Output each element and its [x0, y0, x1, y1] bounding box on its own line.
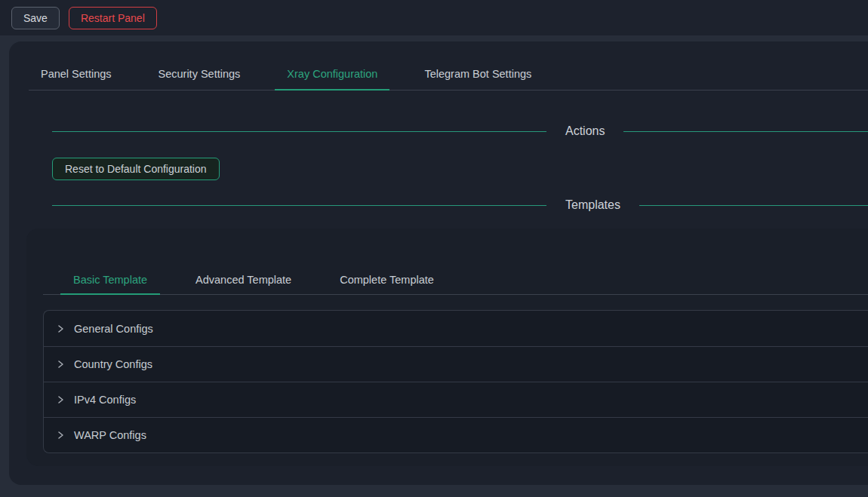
accordion-item-label: WARP Configs	[74, 429, 146, 441]
tab-complete-template[interactable]: Complete Template	[327, 259, 447, 295]
chevron-right-icon	[56, 324, 65, 333]
divider-line	[52, 205, 546, 206]
tab-xray-configuration[interactable]: Xray Configuration	[275, 41, 389, 91]
config-groups-accordion: General Configs Country Configs IPv4 Con…	[43, 310, 868, 453]
actions-divider-label: Actions	[565, 123, 605, 140]
divider-line	[52, 131, 546, 132]
accordion-item-label: Country Configs	[74, 358, 152, 370]
templates-divider-label: Templates	[565, 197, 620, 213]
chevron-right-icon	[56, 431, 65, 440]
topbar: Save Restart Panel	[0, 0, 868, 35]
template-tabs: Basic Template Advanced Template Complet…	[43, 259, 868, 295]
settings-card: Panel Settings Security Settings Xray Co…	[9, 41, 868, 485]
accordion-item-label: IPv4 Configs	[74, 394, 136, 406]
restart-panel-button[interactable]: Restart Panel	[69, 7, 157, 29]
accordion-item-country-configs[interactable]: Country Configs	[44, 346, 868, 382]
chevron-right-icon	[56, 360, 65, 369]
accordion-item-general-configs[interactable]: General Configs	[44, 311, 868, 346]
tab-security-settings[interactable]: Security Settings	[146, 41, 253, 91]
save-button[interactable]: Save	[11, 7, 60, 29]
tab-advanced-template[interactable]: Advanced Template	[183, 259, 304, 295]
reset-to-default-button[interactable]: Reset to Default Configuration	[52, 158, 220, 180]
actions-divider: Actions	[52, 123, 868, 140]
tab-basic-template[interactable]: Basic Template	[60, 259, 160, 295]
divider-line	[639, 205, 868, 206]
divider-line	[623, 131, 868, 132]
accordion-item-warp-configs[interactable]: WARP Configs	[44, 417, 868, 453]
chevron-right-icon	[56, 395, 65, 404]
tab-telegram-bot-settings[interactable]: Telegram Bot Settings	[412, 41, 543, 91]
tab-panel-settings[interactable]: Panel Settings	[29, 41, 124, 91]
templates-divider: Templates	[52, 197, 868, 213]
accordion-item-ipv4-configs[interactable]: IPv4 Configs	[44, 382, 868, 417]
settings-tabs: Panel Settings Security Settings Xray Co…	[29, 41, 868, 91]
templates-card: Basic Template Advanced Template Complet…	[26, 229, 868, 466]
accordion-item-label: General Configs	[74, 323, 153, 335]
